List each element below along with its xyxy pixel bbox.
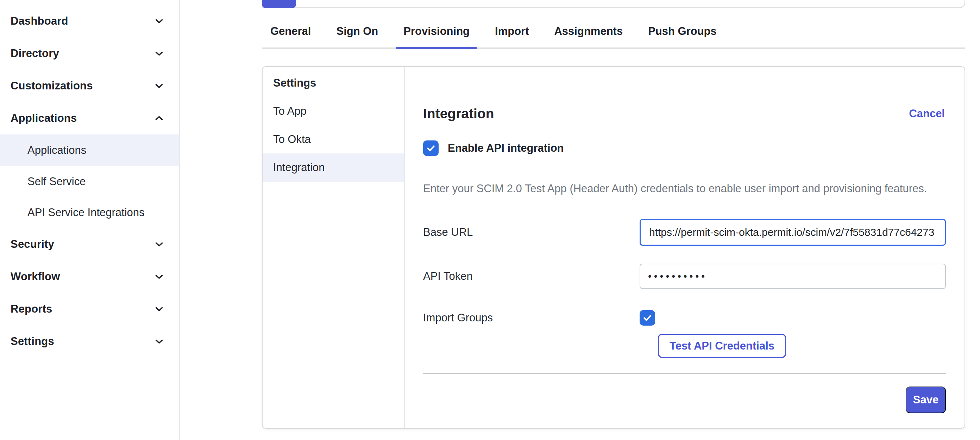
- sidebar: Dashboard Directory Customizations Appli…: [0, 0, 180, 440]
- sidebar-subitem-label: API Service Integrations: [27, 206, 145, 219]
- checkmark-icon: [643, 313, 652, 323]
- sidebar-item-reports[interactable]: Reports: [0, 293, 179, 325]
- enable-api-label: Enable API integration: [448, 142, 564, 154]
- chevron-down-icon: [153, 335, 165, 348]
- footer-divider: [423, 373, 946, 374]
- sidebar-item-label: Security: [11, 238, 54, 251]
- content-header: Integration Cancel: [423, 105, 945, 122]
- integration-content: Integration Cancel Enable API integratio…: [405, 67, 964, 428]
- sidebar-item-label: Dashboard: [11, 15, 68, 27]
- top-toolbar-bottom-edge: [262, 0, 965, 8]
- import-groups-label: Import Groups: [423, 311, 640, 324]
- sidebar-subitem-self-service[interactable]: Self Service: [0, 166, 179, 197]
- sidebar-item-workflow[interactable]: Workflow: [0, 261, 179, 293]
- chevron-down-icon: [153, 80, 165, 92]
- subnav-item-integration[interactable]: Integration: [262, 154, 404, 182]
- sidebar-subitem-applications[interactable]: Applications: [0, 135, 179, 166]
- api-token-label: API Token: [423, 270, 640, 283]
- okta-admin-page: Dashboard Directory Customizations Appli…: [0, 0, 980, 440]
- base-url-label: Base URL: [423, 226, 640, 239]
- sidebar-item-label: Directory: [11, 47, 59, 60]
- api-token-input[interactable]: [640, 264, 946, 289]
- tab-push-groups[interactable]: Push Groups: [641, 16, 724, 49]
- chevron-down-icon: [153, 271, 165, 283]
- sidebar-item-label: Reports: [11, 303, 52, 315]
- tab-assignments[interactable]: Assignments: [547, 16, 630, 49]
- sidebar-item-directory[interactable]: Directory: [0, 37, 179, 70]
- chevron-down-icon: [153, 48, 165, 59]
- sidebar-item-label: Applications: [11, 112, 77, 125]
- provisioning-card: Settings To App To Okta Integration Inte…: [262, 66, 965, 429]
- settings-subnav: Settings To App To Okta Integration: [262, 67, 405, 428]
- enable-api-checkbox[interactable]: [423, 140, 439, 156]
- base-url-row: Base URL: [423, 219, 946, 246]
- api-token-row: API Token: [423, 264, 946, 289]
- sidebar-subitem-label: Applications: [27, 144, 86, 157]
- test-api-credentials-button[interactable]: Test API Credentials: [658, 334, 786, 358]
- enable-api-row: Enable API integration: [423, 140, 564, 156]
- sidebar-item-customizations[interactable]: Customizations: [0, 70, 179, 102]
- subnav-item-to-okta[interactable]: To Okta: [262, 125, 404, 154]
- sidebar-item-label: Customizations: [11, 79, 93, 92]
- sidebar-subitem-api-service-integrations[interactable]: API Service Integrations: [0, 197, 179, 228]
- checkmark-icon: [426, 143, 436, 153]
- cancel-link[interactable]: Cancel: [909, 107, 945, 120]
- chevron-down-icon: [153, 15, 165, 27]
- page-title: Integration: [423, 106, 494, 121]
- sidebar-item-settings[interactable]: Settings: [0, 325, 179, 357]
- tab-import[interactable]: Import: [488, 16, 536, 49]
- chevron-down-icon: [153, 238, 165, 250]
- subnav-header: Settings: [262, 69, 404, 97]
- save-button[interactable]: Save: [906, 386, 946, 413]
- sidebar-item-security[interactable]: Security: [0, 228, 179, 261]
- tab-general[interactable]: General: [263, 16, 318, 49]
- credentials-description: Enter your SCIM 2.0 Test App (Header Aut…: [423, 182, 943, 196]
- base-url-input[interactable]: [640, 219, 946, 246]
- tab-sign-on[interactable]: Sign On: [329, 16, 385, 49]
- sidebar-subitem-label: Self Service: [27, 175, 86, 188]
- sidebar-item-label: Workflow: [11, 270, 60, 283]
- chevron-up-icon: [153, 112, 165, 124]
- subnav-item-to-app[interactable]: To App: [262, 97, 404, 125]
- tab-provisioning[interactable]: Provisioning: [396, 16, 477, 49]
- chevron-down-icon: [153, 303, 165, 315]
- sidebar-item-dashboard[interactable]: Dashboard: [0, 5, 179, 37]
- sidebar-item-applications[interactable]: Applications: [0, 102, 179, 135]
- import-groups-checkbox[interactable]: [640, 310, 655, 326]
- cut-off-button-fragment: [262, 0, 296, 8]
- import-groups-row: Import Groups: [423, 310, 946, 326]
- sidebar-item-label: Settings: [11, 335, 54, 348]
